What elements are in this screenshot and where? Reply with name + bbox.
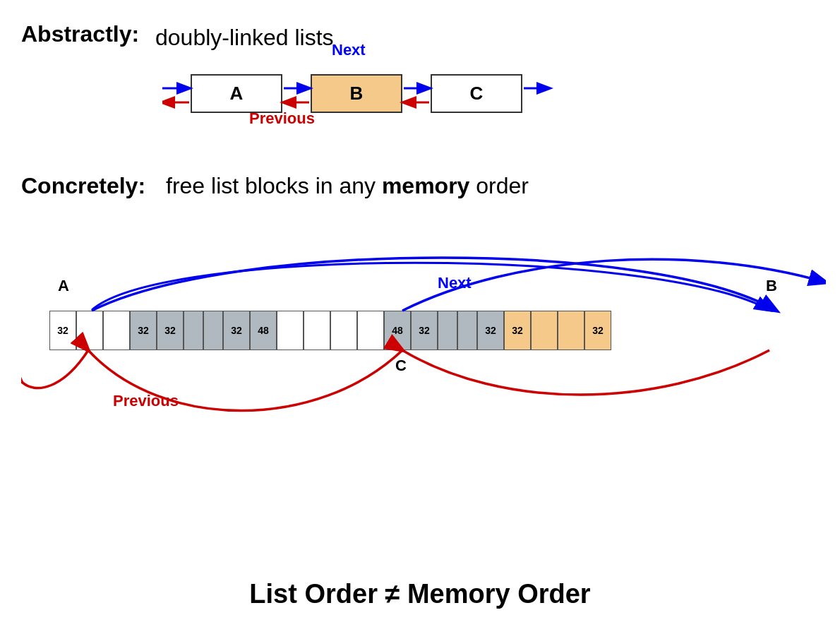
concrete-arrows-svg (21, 226, 826, 466)
concretely-label: Concretely: (21, 173, 145, 199)
dll-next-label: Next (332, 41, 366, 59)
abstractly-description: doubly-linked lists (155, 25, 334, 51)
dll-arrows-svg (162, 60, 621, 138)
memory-diagram: A B C Next Previous 32323232484832323232 (21, 226, 826, 466)
bottom-title: List Order ≠ Memory Order (0, 579, 840, 609)
dll-prev-label: Previous (249, 109, 315, 128)
concretely-description: free list blocks in any memory order (166, 173, 529, 199)
dll-diagram: A B C (162, 60, 621, 138)
abstractly-label: Abstractly: (21, 21, 139, 47)
page-content: Abstractly: doubly-linked lists A B C (0, 0, 840, 639)
